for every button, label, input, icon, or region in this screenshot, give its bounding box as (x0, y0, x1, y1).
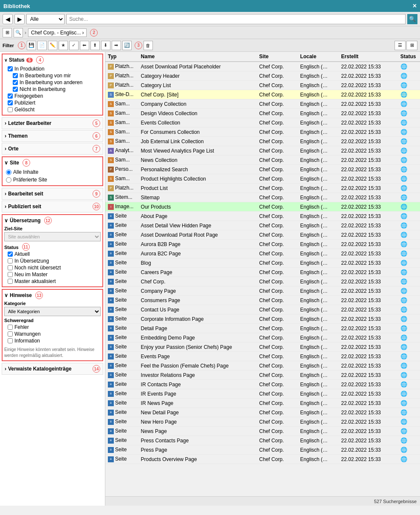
freigegeben-checkbox[interactable] (8, 93, 13, 99)
praeferierte-site-radio[interactable] (6, 177, 11, 183)
table-row[interactable]: ≡Seite Blog Chef Corp. Englisch (… 22.02… (105, 258, 420, 268)
table-row[interactable]: SSam... Job External Link Collection Che… (105, 137, 420, 146)
bearbeitet-seit-header[interactable]: › Bearbeitet seit 9 (2, 188, 103, 199)
letzter-bearbeiter-header[interactable]: › Letzter Bearbeiter 5 (2, 118, 103, 129)
new-button[interactable]: 📄 (37, 41, 47, 50)
table-row[interactable]: ≡Seite Consumers Page Chef Corp. Englisc… (105, 296, 420, 305)
in-produktion-checkbox[interactable] (8, 66, 13, 71)
table-row[interactable]: ≡Seite IR News Page Chef Corp. Englisch … (105, 399, 420, 408)
in-bearbeitung-von-mir-checkbox[interactable] (13, 73, 18, 78)
table-row[interactable]: IImage... Our Products Chef Corp. Englis… (105, 202, 420, 212)
hinweise-section-header[interactable]: ∨ Hinweise 13 (4, 291, 101, 299)
breadcrumb-search-icon[interactable]: 🔍 (14, 28, 23, 37)
star-button[interactable]: ★ (59, 41, 68, 50)
table-row[interactable]: ≡Seite Asset Download Portal Root Page C… (105, 230, 420, 240)
table-row[interactable]: SSitem... Sitemap Chef Corp. Englisch (…… (105, 193, 420, 202)
table-row[interactable]: ≡Seite Embedding Demo Page Chef Corp. En… (105, 333, 420, 342)
table-row[interactable]: ≡Seite News Page Chef Corp. Englisch (… … (105, 427, 420, 436)
table-row[interactable]: ≡Seite Chef Corp. Chef Corp. Englisch (…… (105, 277, 420, 286)
table-row[interactable]: ≡Seite Company Page Chef Corp. Englisch … (105, 286, 420, 296)
delete-button[interactable]: 🗑 (144, 41, 153, 50)
warnungen-checkbox[interactable] (8, 331, 13, 337)
table-row[interactable]: ≡Seite IR Events Page Chef Corp. Englisc… (105, 389, 420, 399)
col-header-name[interactable]: Name (138, 52, 257, 62)
table-row[interactable]: ≡Seite Careers Page Chef Corp. Englisch … (105, 268, 420, 277)
publiziert-seit-header[interactable]: › Publiziert seit 10 (2, 201, 103, 212)
table-row[interactable]: SSam... Product Highlights Collection Ch… (105, 174, 420, 184)
arrow-right-button[interactable]: ➡ (112, 41, 121, 50)
table-row[interactable]: PPlatzh... Category List Chef Corp. Engl… (105, 81, 420, 90)
site-section-header[interactable]: ∨ Site 8 (4, 159, 101, 167)
close-button[interactable]: × (413, 2, 417, 10)
table-row[interactable]: SSam... Events Collection Chef Corp. Eng… (105, 118, 420, 127)
table-row[interactable]: ≡Seite Enjoy your Passion (Senior Chefs)… (105, 342, 420, 352)
col-header-site[interactable]: Site (257, 52, 298, 62)
table-row[interactable]: SSam... Design Videos Collection Chef Co… (105, 109, 420, 118)
verwaiste-header[interactable]: › Verwaiste Katalogeinträge 14 (2, 363, 103, 374)
alle-inhalte-radio[interactable] (6, 170, 11, 175)
table-row[interactable]: PPerso... Personalized Search Chef Corp.… (105, 165, 420, 174)
in-uebersetzung-checkbox[interactable] (8, 258, 13, 263)
table-row[interactable]: ≡Seite Contact Us Page Chef Corp. Englis… (105, 305, 420, 314)
search-button[interactable]: 🔍 (407, 14, 417, 24)
ziel-site-select[interactable]: Site auswählen (4, 232, 101, 241)
aktuell-checkbox[interactable] (8, 252, 13, 257)
table-row[interactable]: ≡Seite Feel the Passion (Female Chefs) P… (105, 361, 420, 371)
refresh-button[interactable]: 🔄 (122, 41, 132, 50)
table-row[interactable]: ≡Seite Press Contacts Page Chef Corp. En… (105, 436, 420, 445)
table-row[interactable]: ≡Seite Aurora B2B Page Chef Corp. Englis… (105, 240, 420, 249)
nicht-in-bearbeitung-checkbox[interactable] (13, 87, 18, 92)
table-row[interactable]: ≡Seite Aurora B2C Page Chef Corp. Englis… (105, 249, 420, 258)
uebersetzung-section-header[interactable]: ∨ Übersetzung 12 (4, 217, 101, 224)
kategorie-select[interactable]: Alle Kategorien (4, 307, 101, 316)
table-row[interactable]: SSam... News Collection Chef Corp. Engli… (105, 156, 420, 165)
themen-header[interactable]: › Themen 6 (2, 130, 103, 141)
table-row[interactable]: AAnalyt... Most Viewed Analytics Page Li… (105, 146, 420, 156)
information-checkbox[interactable] (8, 338, 13, 343)
col-header-locale[interactable]: Locale (298, 52, 339, 62)
table-row[interactable]: ≡Seite IR Contacts Page Chef Corp. Engli… (105, 380, 420, 389)
arrow-down-button[interactable]: ⬇ (101, 41, 110, 50)
master-aktualisiert-checkbox[interactable] (8, 279, 13, 284)
back-button[interactable]: ◀ (3, 14, 13, 24)
scope-dropdown[interactable]: Alle (26, 14, 65, 24)
grid-view-button[interactable]: ⊞ (406, 41, 417, 50)
list-view-button[interactable]: ☰ (395, 41, 406, 50)
table-row[interactable]: SSam... For Consumers Collection Chef Co… (105, 127, 420, 137)
table-row[interactable]: ≡Seite Detail Page Chef Corp. Englisch (… (105, 324, 420, 333)
table-row[interactable]: ≡Seite New Hero Page Chef Corp. Englisch… (105, 417, 420, 427)
table-row[interactable]: SSam... Company Collection Chef Corp. En… (105, 99, 420, 109)
in-bearbeitung-von-anderen-checkbox[interactable] (13, 80, 18, 85)
arrow-left-button[interactable]: ⬅ (80, 41, 89, 50)
table-row[interactable]: PPlatzh... Category Header Chef Corp. En… (105, 71, 420, 81)
neu-im-master-checkbox[interactable] (8, 272, 13, 277)
col-header-status[interactable]: Status (398, 52, 420, 62)
geloescht-checkbox[interactable] (8, 107, 13, 112)
table-row[interactable]: ≡Seite Products Overview Page Chef Corp.… (105, 455, 420, 464)
save-button[interactable]: 💾 (27, 41, 36, 50)
breadcrumb-item[interactable]: Chef Corp. - Englisc... › (28, 28, 87, 37)
noch-nicht-uebersetzt-checkbox[interactable] (8, 265, 13, 270)
edit-button[interactable]: ✏️ (48, 41, 57, 50)
breadcrumb-grid-icon[interactable]: ⊞ (3, 28, 12, 37)
table-row[interactable]: ≡Seite New Detail Page Chef Corp. Englis… (105, 408, 420, 417)
table-row[interactable]: ≡Seite Events Page Chef Corp. Englisch (… (105, 352, 420, 361)
table-row[interactable]: ≡Seite Investor Relations Page Chef Corp… (105, 371, 420, 380)
publiziert-checkbox[interactable] (8, 100, 13, 105)
table-row[interactable]: SSite-D... Chef Corp. [Site] Chef Corp. … (105, 90, 420, 99)
fehler-checkbox[interactable] (8, 325, 13, 330)
table-row[interactable]: ≡Seite About Page Chef Corp. Englisch (…… (105, 212, 420, 221)
check-button[interactable]: ✓ (69, 41, 79, 50)
table-row[interactable]: ≡Seite Corporate Information Page Chef C… (105, 314, 420, 324)
search-input[interactable] (66, 14, 406, 24)
forward-button[interactable]: ▶ (14, 14, 25, 24)
col-header-typ[interactable]: Typ (105, 52, 138, 62)
orte-header[interactable]: › Orte 7 (2, 143, 103, 154)
table-row[interactable]: ≡Seite Asset Detail View Hidden Page Che… (105, 221, 420, 230)
table-row[interactable]: PPlatzh... Product List Chef Corp. Engli… (105, 184, 420, 193)
col-header-erstellt[interactable]: Erstellt (338, 52, 397, 62)
arrow-up-button[interactable]: ⬆ (90, 41, 100, 50)
table-row[interactable]: ≡Seite Press Page Chef Corp. Englisch (…… (105, 445, 420, 455)
status-section-header[interactable]: ∨ Status 6 4 (4, 56, 101, 64)
table-row[interactable]: PPlatzh... Asset Download Portal Placeho… (105, 62, 420, 71)
